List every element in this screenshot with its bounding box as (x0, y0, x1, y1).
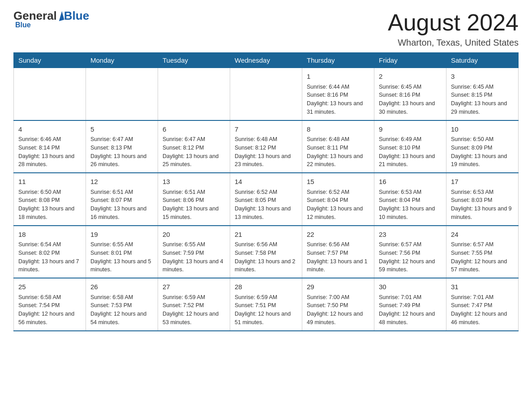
sunset-text: Sunset: 7:53 PM (90, 301, 153, 310)
sunrise-text: Sunrise: 6:59 AM (235, 293, 297, 302)
day-number: 26 (90, 282, 153, 292)
sunrise-text: Sunrise: 6:53 AM (379, 188, 442, 197)
day-number: 11 (18, 177, 81, 187)
day-number: 12 (90, 177, 153, 187)
sunrise-text: Sunrise: 7:01 AM (379, 293, 442, 302)
sunset-text: Sunset: 7:49 PM (379, 301, 442, 310)
sunset-text: Sunset: 8:01 PM (90, 249, 153, 257)
sunset-text: Sunset: 7:55 PM (451, 249, 514, 257)
sunrise-text: Sunrise: 6:56 AM (235, 240, 297, 249)
sunset-text: Sunset: 7:58 PM (235, 249, 297, 257)
day-of-week-header: Saturday (446, 53, 519, 68)
day-number: 19 (90, 230, 153, 240)
calendar-week-row: 25Sunrise: 6:58 AMSunset: 7:54 PMDayligh… (14, 278, 519, 331)
sunrise-text: Sunrise: 6:53 AM (451, 188, 514, 197)
sunset-text: Sunset: 7:47 PM (451, 301, 514, 310)
calendar-cell: 7Sunrise: 6:48 AMSunset: 8:12 PMDaylight… (230, 120, 302, 173)
calendar-cell: 8Sunrise: 6:48 AMSunset: 8:11 PMDaylight… (302, 120, 374, 173)
sunset-text: Sunset: 7:56 PM (379, 249, 442, 257)
day-of-week-header: Tuesday (158, 53, 230, 68)
day-of-week-header: Sunday (14, 53, 86, 68)
sunset-text: Sunset: 7:59 PM (163, 249, 225, 257)
day-number: 3 (451, 72, 514, 82)
sunset-text: Sunset: 7:50 PM (307, 301, 369, 310)
calendar-cell: 21Sunrise: 6:56 AMSunset: 7:58 PMDayligh… (230, 226, 302, 278)
sunset-text: Sunset: 7:52 PM (163, 301, 225, 310)
sunset-text: Sunset: 7:51 PM (235, 301, 297, 310)
daylight-text: Daylight: 13 hours and 19 minutes. (451, 152, 514, 169)
day-number: 9 (379, 124, 442, 135)
sunrise-text: Sunrise: 6:58 AM (18, 293, 81, 302)
calendar-table: SundayMondayTuesdayWednesdayThursdayFrid… (13, 52, 519, 331)
sunset-text: Sunset: 8:15 PM (451, 91, 514, 99)
daylight-text: Daylight: 13 hours and 1 minute. (307, 257, 369, 274)
calendar-cell (14, 68, 86, 120)
calendar-cell: 5Sunrise: 6:47 AMSunset: 8:13 PMDaylight… (86, 120, 158, 173)
sunrise-text: Sunrise: 6:58 AM (90, 293, 153, 302)
calendar-cell: 10Sunrise: 6:50 AMSunset: 8:09 PMDayligh… (446, 120, 519, 173)
day-number: 22 (307, 230, 369, 240)
sunset-text: Sunset: 8:06 PM (163, 196, 225, 205)
sunset-text: Sunset: 8:16 PM (379, 91, 442, 99)
daylight-text: Daylight: 13 hours and 13 minutes. (235, 205, 297, 222)
day-number: 21 (235, 230, 297, 240)
logo-blue-text: Blue (64, 9, 89, 23)
daylight-text: Daylight: 13 hours and 25 minutes. (163, 152, 225, 169)
sunrise-text: Sunrise: 6:57 AM (379, 240, 442, 249)
sunrise-text: Sunrise: 7:01 AM (451, 293, 514, 302)
sunrise-text: Sunrise: 6:47 AM (90, 135, 153, 144)
sunrise-text: Sunrise: 6:55 AM (163, 240, 225, 249)
daylight-text: Daylight: 12 hours and 48 minutes. (379, 310, 442, 327)
calendar-cell: 18Sunrise: 6:54 AMSunset: 8:02 PMDayligh… (14, 226, 86, 278)
daylight-text: Daylight: 13 hours and 22 minutes. (307, 152, 369, 169)
daylight-text: Daylight: 13 hours and 2 minutes. (235, 257, 297, 274)
logo-underline: Blue (15, 21, 31, 29)
day-number: 1 (307, 72, 369, 82)
daylight-text: Daylight: 12 hours and 59 minutes. (379, 257, 442, 274)
daylight-text: Daylight: 13 hours and 28 minutes. (18, 152, 81, 169)
sunset-text: Sunset: 7:54 PM (18, 301, 81, 310)
calendar-cell: 28Sunrise: 6:59 AMSunset: 7:51 PMDayligh… (230, 278, 302, 331)
sunset-text: Sunset: 8:16 PM (307, 91, 369, 99)
daylight-text: Daylight: 12 hours and 51 minutes. (235, 310, 297, 327)
calendar-cell: 3Sunrise: 6:45 AMSunset: 8:15 PMDaylight… (446, 68, 519, 120)
daylight-text: Daylight: 13 hours and 10 minutes. (379, 205, 442, 222)
day-number: 17 (451, 177, 514, 187)
calendar-cell: 22Sunrise: 6:56 AMSunset: 7:57 PMDayligh… (302, 226, 374, 278)
sunset-text: Sunset: 8:10 PM (379, 144, 442, 152)
calendar-cell: 6Sunrise: 6:47 AMSunset: 8:12 PMDaylight… (158, 120, 230, 173)
day-number: 6 (163, 124, 225, 135)
calendar-cell: 20Sunrise: 6:55 AMSunset: 7:59 PMDayligh… (158, 226, 230, 278)
day-number: 2 (379, 72, 442, 82)
sunrise-text: Sunrise: 6:54 AM (18, 240, 81, 249)
calendar-body: 1Sunrise: 6:44 AMSunset: 8:16 PMDaylight… (14, 68, 519, 331)
day-number: 18 (18, 230, 81, 240)
calendar-cell: 9Sunrise: 6:49 AMSunset: 8:10 PMDaylight… (374, 120, 446, 173)
daylight-text: Daylight: 13 hours and 7 minutes. (18, 257, 81, 274)
day-number: 14 (235, 177, 297, 187)
daylight-text: Daylight: 13 hours and 18 minutes. (18, 205, 81, 222)
sunset-text: Sunset: 8:09 PM (451, 144, 514, 152)
sunrise-text: Sunrise: 6:45 AM (451, 83, 514, 91)
calendar-week-row: 1Sunrise: 6:44 AMSunset: 8:16 PMDaylight… (14, 68, 519, 120)
title-section: August 2024 Wharton, Texas, United State… (388, 9, 519, 48)
calendar-cell (158, 68, 230, 120)
daylight-text: Daylight: 13 hours and 5 minutes. (90, 257, 153, 274)
daylight-text: Daylight: 13 hours and 21 minutes. (379, 152, 442, 169)
sunset-text: Sunset: 8:02 PM (18, 249, 81, 257)
sunset-text: Sunset: 8:07 PM (90, 196, 153, 205)
day-number: 16 (379, 177, 442, 187)
day-number: 15 (307, 177, 369, 187)
calendar-cell: 23Sunrise: 6:57 AMSunset: 7:56 PMDayligh… (374, 226, 446, 278)
daylight-text: Daylight: 13 hours and 31 minutes. (307, 99, 369, 116)
daylight-text: Daylight: 13 hours and 12 minutes. (307, 205, 369, 222)
sunrise-text: Sunrise: 6:48 AM (235, 135, 297, 144)
sunset-text: Sunset: 7:57 PM (307, 249, 369, 257)
day-number: 28 (235, 282, 297, 292)
sunrise-text: Sunrise: 6:52 AM (307, 188, 369, 197)
daylight-text: Daylight: 12 hours and 46 minutes. (451, 310, 514, 327)
sunrise-text: Sunrise: 6:51 AM (90, 188, 153, 197)
calendar-cell: 4Sunrise: 6:46 AMSunset: 8:14 PMDaylight… (14, 120, 86, 173)
page-header: General Blue Blue August 2024 Wharton, T… (13, 9, 519, 48)
month-title: August 2024 (388, 9, 519, 36)
